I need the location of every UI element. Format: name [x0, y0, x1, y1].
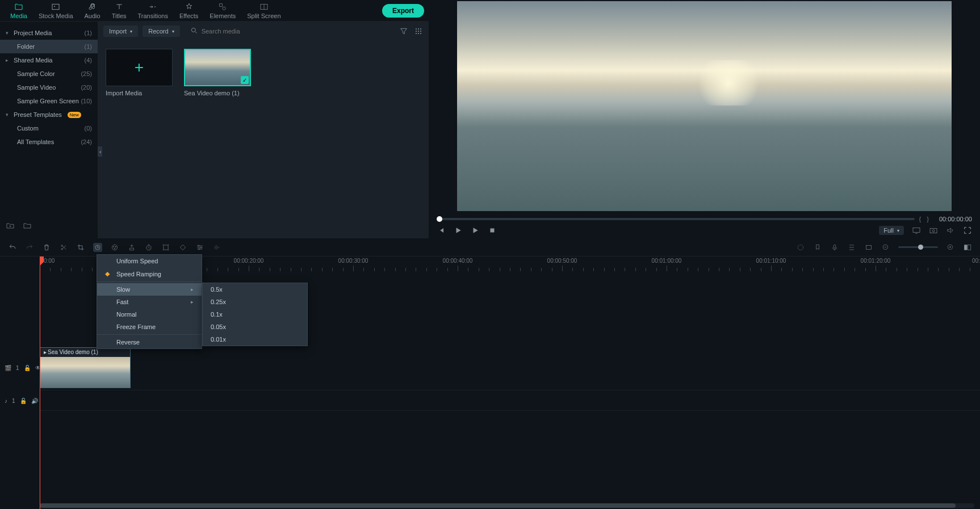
svg-point-23	[113, 246, 114, 247]
play-icon[interactable]	[454, 226, 463, 235]
tab-split-screen[interactable]: Split Screen	[241, 0, 286, 22]
sub-0-1x[interactable]: 0.1x	[203, 308, 307, 321]
mute-icon[interactable]: 🔊	[31, 398, 38, 404]
tab-audio[interactable]: Audio	[79, 0, 106, 22]
svg-point-29	[200, 246, 202, 247]
grid-view-icon[interactable]	[414, 27, 423, 36]
filter-icon[interactable]	[399, 27, 408, 36]
sidebar-item-sample-green[interactable]: Sample Green Screen (10)	[0, 94, 98, 108]
delete-icon[interactable]	[42, 243, 51, 252]
audio-sync-icon[interactable]	[212, 243, 221, 252]
media-toolbar: Import ▾ Record ▾	[98, 22, 429, 41]
svg-point-31	[798, 245, 803, 250]
video-track[interactable]: ▸Sea Video demo (1)	[40, 345, 980, 390]
video-track-header[interactable]: 🎬 1 🔓 👁	[0, 345, 39, 390]
ctx-uniform-speed[interactable]: Uniform Speed	[97, 255, 202, 267]
zoom-in-icon[interactable]	[946, 243, 955, 252]
preview-timecode: 00:00:00:00	[939, 216, 972, 222]
speed-icon[interactable]	[93, 243, 102, 252]
mixer-icon[interactable]	[847, 243, 856, 252]
ctx-fast[interactable]: Fast▸	[97, 296, 202, 308]
volume-icon[interactable]	[946, 226, 955, 235]
sidebar-item-all-templates[interactable]: All Templates (24)	[0, 135, 98, 149]
sidebar-item-folder[interactable]: Folder (1)	[0, 40, 98, 53]
svg-point-11	[420, 31, 421, 32]
ctx-reverse[interactable]: Reverse	[97, 336, 202, 348]
split-icon	[259, 2, 269, 11]
sidebar-item-custom[interactable]: Custom (0)	[0, 121, 98, 135]
sub-0-01x[interactable]: 0.01x	[203, 333, 307, 346]
duration-icon[interactable]	[144, 243, 153, 252]
tab-transitions[interactable]: Transitions	[132, 0, 174, 22]
undo-icon[interactable]	[8, 243, 17, 252]
ctx-freeze-frame[interactable]: Freeze Frame	[97, 321, 202, 333]
sidebar-item-label: Shared Media	[14, 57, 53, 64]
sub-0-5x[interactable]: 0.5x	[203, 283, 307, 296]
sidebar-item-sample-video[interactable]: Sample Video (20)	[0, 81, 98, 94]
playhead[interactable]	[40, 256, 40, 509]
record-dropdown[interactable]: Record ▾	[143, 26, 179, 37]
svg-point-19	[61, 245, 62, 246]
audio-track[interactable]	[40, 390, 980, 411]
stop-icon[interactable]	[488, 226, 497, 235]
fullscreen-icon[interactable]	[963, 226, 972, 235]
tab-elements[interactable]: Elements	[204, 0, 241, 22]
lock-icon[interactable]: 🔓	[24, 365, 31, 371]
play-forward-icon[interactable]	[471, 226, 480, 235]
timeline-scrollbar[interactable]	[40, 503, 974, 508]
ctx-normal[interactable]: Normal	[97, 308, 202, 321]
tab-stock-media[interactable]: Stock Media	[33, 0, 79, 22]
motion-track-icon[interactable]	[161, 243, 170, 252]
sub-0-25x[interactable]: 0.25x	[203, 296, 307, 308]
scrub-track[interactable]	[437, 218, 915, 220]
keyframe-icon[interactable]	[178, 243, 187, 252]
sidebar-item-preset-templates[interactable]: ▾Preset TemplatesNew	[0, 108, 98, 121]
preview-quality-select[interactable]: Full ▾	[879, 226, 904, 235]
color-icon[interactable]	[110, 243, 119, 252]
new-folder-icon[interactable]	[6, 221, 15, 230]
snapshot-icon[interactable]	[929, 226, 938, 235]
import-dropdown[interactable]: Import ▾	[103, 26, 138, 37]
step-back-icon[interactable]	[437, 226, 446, 235]
lock-icon[interactable]: 🔓	[20, 398, 27, 404]
mark-out-icon[interactable]: }	[927, 216, 929, 222]
open-folder-icon[interactable]	[23, 221, 32, 230]
preview-canvas[interactable]	[457, 1, 952, 211]
collapse-sidebar-handle[interactable]: ◂	[98, 146, 102, 157]
mark-in-icon[interactable]: {	[919, 216, 922, 222]
sub-0-05x[interactable]: 0.05x	[203, 321, 307, 333]
marker-add-icon[interactable]	[127, 243, 136, 252]
thumbnails-icon[interactable]	[864, 243, 873, 252]
zoom-fit-icon[interactable]	[963, 243, 972, 252]
split-icon[interactable]	[59, 243, 68, 252]
svg-rect-27	[164, 245, 168, 249]
timeline-clip[interactable]: ▸Sea Video demo (1)	[40, 347, 131, 388]
sidebar-item-label: Custom	[17, 125, 39, 132]
zoom-slider[interactable]	[898, 246, 938, 248]
audio-track-header[interactable]: ♪ 1 🔓 🔊	[0, 390, 39, 411]
sidebar-item-sample-color[interactable]: Sample Color (25)	[0, 67, 98, 81]
scrollbar-thumb[interactable]	[40, 503, 956, 508]
import-media-tile[interactable]: + Import Media	[106, 49, 173, 96]
scrub-thumb[interactable]	[437, 216, 442, 222]
sidebar-item-project-media[interactable]: ▾Project Media (1)	[0, 26, 98, 40]
export-button[interactable]: Export	[382, 4, 424, 18]
ctx-slow[interactable]: Slow▸	[97, 283, 202, 296]
ctx-speed-ramping[interactable]: ◆Speed Ramping	[97, 267, 202, 280]
tab-media[interactable]: Media	[5, 0, 33, 22]
render-icon[interactable]	[796, 243, 805, 252]
crop-icon[interactable]	[76, 243, 85, 252]
voiceover-icon[interactable]	[830, 243, 839, 252]
marker-icon[interactable]	[813, 243, 822, 252]
redo-icon[interactable]	[25, 243, 34, 252]
zoom-thumb[interactable]	[918, 245, 923, 250]
adjust-icon[interactable]	[195, 243, 204, 252]
media-clip-tile[interactable]: ✓ Sea Video demo (1)	[184, 49, 251, 96]
svg-point-1	[54, 6, 55, 7]
tab-effects[interactable]: Effects	[174, 0, 204, 22]
tab-titles[interactable]: Titles	[106, 0, 132, 22]
search-input[interactable]	[202, 28, 338, 35]
monitor-icon[interactable]	[912, 226, 921, 235]
zoom-out-icon[interactable]	[881, 243, 890, 252]
sidebar-item-shared-media[interactable]: ▸Shared Media (4)	[0, 53, 98, 67]
